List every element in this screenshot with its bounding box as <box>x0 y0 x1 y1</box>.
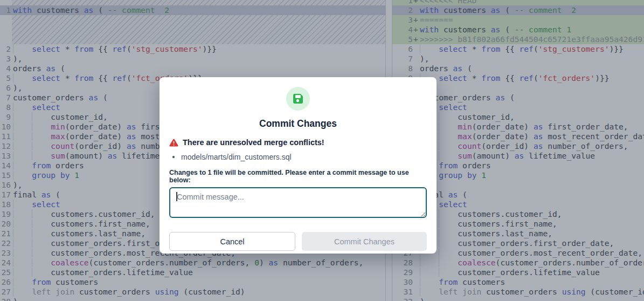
save-icon-circle <box>286 87 310 111</box>
modal-title: Commit Changes <box>169 118 427 129</box>
bullet-icon: • <box>169 152 178 161</box>
commit-message-input[interactable] <box>169 187 427 218</box>
warning-icon <box>169 139 178 147</box>
cancel-button[interactable]: Cancel <box>169 232 295 251</box>
conflict-file-path: models/marts/dim_customers.sql <box>181 153 292 161</box>
commit-changes-button[interactable]: Commit Changes <box>302 232 427 251</box>
merge-conflict-warning-text: There are unresolved merge conflicts! <box>183 138 324 147</box>
commit-instruction-label: Changes to 1 file will be committed. Ple… <box>169 169 427 184</box>
commit-changes-modal: Commit Changes There are unresolved merg… <box>160 77 437 254</box>
conflict-file-item: • models/marts/dim_customers.sql <box>169 152 427 161</box>
save-floppy-icon <box>292 93 304 105</box>
text-caret <box>176 192 177 201</box>
